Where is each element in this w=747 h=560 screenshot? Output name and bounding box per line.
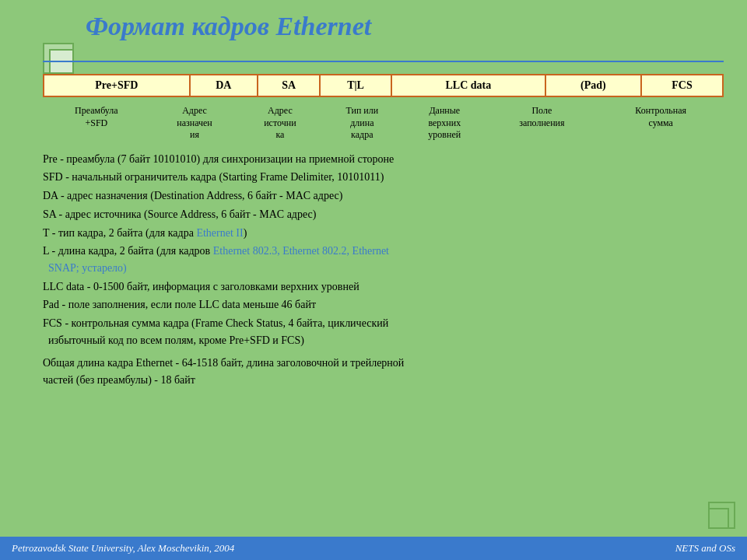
subtitle-pre: Преамбула+SFD (43, 103, 150, 143)
desc-t: T - тип кадра, 2 байта (для кадра Ethern… (43, 225, 724, 242)
content-area: Pre+SFD DA SA T|L LLC data (Pad) FCS Пре… (43, 74, 724, 529)
frame-field-fcs: FCS (641, 75, 723, 96)
footer-bar: Petrozavodsk State University, Alex Mosc… (0, 537, 747, 560)
footer-right: NETS and OSs (675, 542, 735, 555)
subtitle-sa: Адресисточника (239, 103, 321, 143)
frame-field-da: DA (190, 75, 258, 96)
link-ethernet-variants: Ethernet 802.3, Ethernet 802.2, Ethernet… (43, 245, 389, 274)
field-subtitle-table: Преамбула+SFD Адресназначения Адресисточ… (43, 103, 724, 143)
subtitle-llc: Данныеверхнихуровней (403, 103, 486, 143)
footer-left: Petrozavodsk State University, Alex Mosc… (12, 542, 234, 555)
subtitle-pad: Полезаполнения (486, 103, 598, 143)
frame-field-tl: T|L (320, 75, 391, 96)
title-divider (43, 61, 724, 62)
subtitle-fcs: Контрольнаясумма (598, 103, 724, 143)
slide: Формат кадров Ethernet Pre+SFD DA SA T|L… (0, 0, 747, 560)
frame-field-pre: Pre+SFD (44, 75, 190, 96)
bottom-decoration (704, 502, 735, 533)
desc-l: L - длина кадра, 2 байта (для кадров Eth… (43, 243, 724, 276)
desc-pre: Pre - преамбула (7 байт 10101010) для си… (43, 151, 724, 168)
total-description: Общая длина кадра Ethernet - 64-1518 бай… (43, 355, 724, 388)
desc-fcs: FCS - контрольная сумма кадра (Frame Che… (43, 315, 724, 348)
desc-sfd: SFD - начальный ограничитель кадра (Star… (43, 169, 724, 186)
desc-llc: LLC data - 0-1500 байт, информация с заг… (43, 278, 724, 296)
desc-sa: SA - адрес источника (Source Address, 6 … (43, 206, 724, 223)
frame-field-llc: LLC data (391, 75, 545, 96)
frame-format-table: Pre+SFD DA SA T|L LLC data (Pad) FCS (43, 74, 724, 97)
subtitle-tl: Тип илидлинакадра (321, 103, 403, 143)
desc-da: DA - адрес назначения (Destination Addre… (43, 187, 724, 205)
slide-title: Формат кадров Ethernet (86, 12, 724, 41)
subtitle-da: Адресназначения (150, 103, 240, 143)
frame-field-pad: (Pad) (545, 75, 641, 96)
desc-pad: Pad - поле заполнения, если поле LLC dat… (43, 296, 724, 313)
frame-field-sa: SA (258, 75, 320, 96)
link-ethernet2: Ethernet II (196, 227, 243, 239)
